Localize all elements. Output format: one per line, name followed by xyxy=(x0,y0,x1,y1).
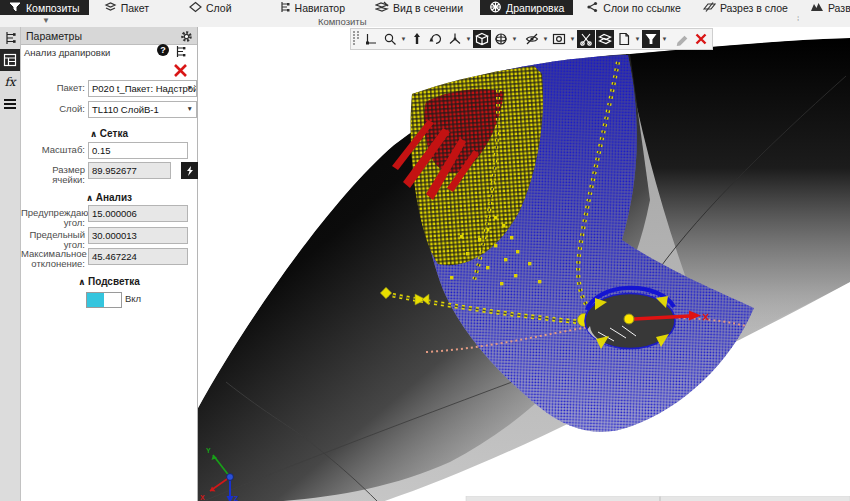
chevron-down-icon[interactable]: ▼ xyxy=(42,16,50,25)
edit-pencil-icon xyxy=(673,30,691,48)
scale-input[interactable]: 0.15 xyxy=(88,142,188,159)
section-analysis[interactable]: Анализ xyxy=(21,192,197,203)
help-icon[interactable]: ? xyxy=(157,44,169,56)
tab-package[interactable]: Пакет xyxy=(95,0,158,15)
axis-x-label: X xyxy=(200,494,205,501)
view-toolbar: ▼ ▼ ▼ ▼ ▼ ▼ ▼ xyxy=(350,28,713,50)
section-highlight[interactable]: Подсветка xyxy=(21,276,197,287)
tab-unfold[interactable]: Развертка xyxy=(801,0,850,15)
ribbon-group-label: Композиты xyxy=(318,16,367,27)
tab-label: Вид в сечении xyxy=(393,2,463,14)
viewport-3d[interactable]: Y X Z ▼ ▼ xyxy=(198,27,850,501)
layers-by-link-icon xyxy=(586,1,599,15)
zoom-icon[interactable] xyxy=(381,30,399,48)
origin-point xyxy=(624,314,634,324)
hide-objects-icon[interactable] xyxy=(523,30,541,48)
tab-label: Навигатор xyxy=(295,2,345,14)
scene-3d: Y X Z xyxy=(198,27,850,501)
tab-layers-by-link[interactable]: Слои по ссылке xyxy=(577,0,690,15)
draping-icon xyxy=(489,1,502,15)
chevron-down-icon[interactable]: ▼ xyxy=(661,36,668,42)
shaded-view-icon[interactable] xyxy=(473,30,491,48)
rotate-icon[interactable] xyxy=(427,30,445,48)
pan-icon[interactable] xyxy=(408,30,426,48)
close-icon[interactable] xyxy=(692,30,710,48)
ribbon-grip-handle[interactable]: ⁞ xyxy=(797,17,802,26)
cell-size-field: 89.952677 xyxy=(88,162,171,179)
tab-navigator[interactable]: Навигатор xyxy=(269,0,354,15)
package-select[interactable]: P020 t_Пакет: Надстройка xyxy=(88,80,197,97)
chevron-down-icon[interactable]: ▼ xyxy=(634,36,641,42)
scale-label: Масштаб: xyxy=(21,142,85,155)
chevron-down-icon[interactable]: ▼ xyxy=(400,36,407,42)
layer-icon xyxy=(189,1,202,15)
grip-handle[interactable] xyxy=(353,31,359,47)
side-icon-strip: fx xyxy=(0,27,21,501)
copy-sheet-icon[interactable] xyxy=(615,30,633,48)
tab-label: Слой xyxy=(206,2,232,14)
chevron-down-icon[interactable]: ▼ xyxy=(511,36,518,42)
max-deviation-label: Максимальное отклонение: xyxy=(21,246,85,268)
highlight-toggle-label: Вкл xyxy=(125,293,141,304)
package-icon xyxy=(104,1,117,15)
navigator-tree-icon[interactable] xyxy=(0,27,20,49)
tab-composites[interactable]: Композиты xyxy=(0,0,89,15)
recalc-lightning-button[interactable] xyxy=(181,162,198,179)
tab-label: Драпировка xyxy=(506,2,564,14)
cell-size-label: Размер ячейки: xyxy=(21,162,85,184)
tab-label: Пакет xyxy=(121,2,149,14)
fx-icon[interactable]: fx xyxy=(0,71,20,93)
layers-visibility-icon[interactable] xyxy=(596,30,614,48)
package-row: Пакет: P020 t_Пакет: Надстройка xyxy=(21,80,197,97)
max-deviation-field: 45.467224 xyxy=(88,248,188,265)
layer-cut-icon xyxy=(703,1,716,15)
axis-z-label: Z xyxy=(234,495,239,501)
warning-angle-row: Предупреждающий угол: 15.000006 xyxy=(21,205,197,227)
tab-label: Композиты xyxy=(26,2,80,14)
tree-small-icon[interactable] xyxy=(174,44,187,62)
close-icon[interactable] xyxy=(173,63,188,78)
axis-y-label: Y xyxy=(206,447,211,454)
chevron-down-icon[interactable]: ▼ xyxy=(465,36,472,42)
layer-row: Слой: TL110 СлойВ-1 xyxy=(21,101,197,118)
tab-layer-cut[interactable]: Разрез в слое xyxy=(694,0,797,15)
filter-icon[interactable] xyxy=(642,30,660,48)
render-mode-icon[interactable] xyxy=(492,30,510,48)
section-view-icon xyxy=(375,1,389,15)
parameters-panel-icon[interactable] xyxy=(0,49,20,71)
chevron-down-icon[interactable]: ▼ xyxy=(569,36,576,42)
unfold-icon xyxy=(810,1,824,15)
tab-section-view[interactable]: Вид в сечении xyxy=(366,0,472,15)
image-frame-icon[interactable] xyxy=(550,30,568,48)
tab-label: Развертка xyxy=(828,2,850,14)
highlight-toggle[interactable] xyxy=(86,292,122,308)
clip-icon[interactable] xyxy=(577,30,595,48)
limit-angle-field: 30.000013 xyxy=(88,227,188,244)
section-grid[interactable]: Сетка xyxy=(21,128,197,139)
composites-icon xyxy=(9,1,22,15)
cell-size-row: Размер ячейки: 89.952677 xyxy=(21,162,197,184)
warning-angle-field: 15.000006 xyxy=(88,205,188,222)
ribbon-group-row: ▼ Композиты ⁞ xyxy=(0,15,850,27)
package-label: Пакет: xyxy=(21,80,85,93)
layer-select[interactable]: TL110 СлойВ-1 xyxy=(88,101,197,118)
bottom-strip xyxy=(466,497,850,501)
max-deviation-row: Максимальное отклонение: 45.467224 xyxy=(21,246,197,268)
command-title: Анализ драпировки xyxy=(24,47,110,58)
panel-header: Параметры xyxy=(21,27,197,45)
navigator-icon xyxy=(278,1,291,15)
parameters-panel: Параметры Анализ драпировки ? Пакет: P02… xyxy=(21,27,198,501)
tab-layer[interactable]: Слой xyxy=(180,0,241,15)
panel-title: Параметры xyxy=(26,30,82,42)
warning-angle-label: Предупреждающий угол: xyxy=(21,205,85,227)
menu-icon[interactable] xyxy=(0,93,20,115)
tab-label: Слои по ссылке xyxy=(603,2,681,14)
scale-row: Масштаб: 0.15 xyxy=(21,142,197,159)
ribbon: Композиты Пакет Слой Навигатор Вид в сеч… xyxy=(0,0,850,28)
orientation-axes-icon[interactable] xyxy=(446,30,464,48)
ribbon-tab-row: Композиты Пакет Слой Навигатор Вид в сеч… xyxy=(0,0,850,15)
tab-draping[interactable]: Драпировка xyxy=(480,0,573,15)
layer-label: Слой: xyxy=(21,101,85,114)
coordinate-corner-icon[interactable] xyxy=(362,30,380,48)
chevron-down-icon[interactable]: ▼ xyxy=(542,36,549,42)
